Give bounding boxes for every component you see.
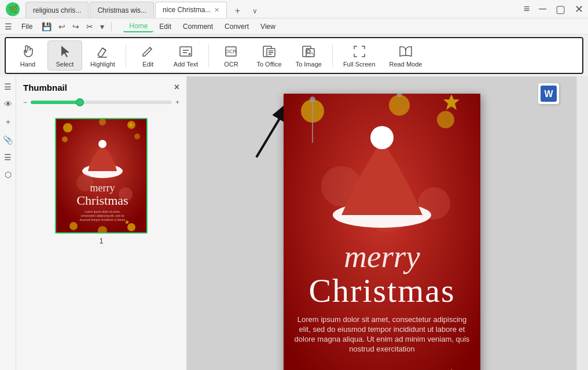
zoom-slider-fill <box>31 101 80 104</box>
svg-point-47 <box>437 111 454 128</box>
menu-tab-convert[interactable]: Convert <box>219 21 255 32</box>
tab-nice-christmas[interactable]: nice Christma... ✕ <box>155 2 227 18</box>
add-text-icon <box>178 43 194 60</box>
tab-bar: religious chris... Christmas wis... nice… <box>25 0 262 18</box>
tab-religious[interactable]: religious chris... <box>25 2 89 18</box>
close-icon[interactable]: ✕ <box>575 3 583 16</box>
sidebar-icon-3[interactable]: ＋ <box>2 114 14 130</box>
svg-text:W: W <box>544 89 553 99</box>
toolbar-wrapper: Hand Select Highlight Edit <box>5 37 583 74</box>
scissors-button[interactable]: ✂ <box>84 21 95 32</box>
sidebar-icon-4[interactable]: 📎 <box>1 133 15 147</box>
svg-point-45 <box>389 95 410 116</box>
zoom-out-icon[interactable]: − <box>23 98 27 106</box>
hamburger-icon[interactable]: ☰ <box>5 22 12 31</box>
app-logo: 🌿 <box>5 1 21 17</box>
highlight-icon <box>94 43 111 60</box>
word-badge[interactable]: W <box>538 83 559 104</box>
svg-text:OCR: OCR <box>225 49 237 54</box>
zoom-in-icon[interactable]: + <box>175 98 179 106</box>
quick-access-bar: 💾 ↩ ↪ ✂ ▾ <box>39 21 106 32</box>
svg-text:consectetur adipiscing elit, s: consectetur adipiscing elit, sed do <box>80 214 124 217</box>
pencil-icon <box>140 43 156 60</box>
cursor-icon <box>57 43 73 60</box>
menu-tab-list: Home Edit Comment Convert View <box>123 21 281 32</box>
thumbnail-list: merry Christmas Lorem ipsum dolor sit am… <box>16 112 186 370</box>
page-number-1: 1 <box>100 237 104 245</box>
zoom-slider-thumb[interactable] <box>76 98 84 106</box>
menu-tab-view[interactable]: View <box>255 21 281 32</box>
edit-tool-button[interactable]: Edit <box>131 41 166 70</box>
svg-point-18 <box>63 123 72 132</box>
fullscreen-tool-button[interactable]: Full Screen <box>337 41 381 70</box>
select-tool-button[interactable]: Select <box>47 40 82 71</box>
ocr-icon: OCR <box>223 43 239 60</box>
ocr-tool-button[interactable]: OCR OCR <box>214 41 248 70</box>
tab-christmas-wis[interactable]: Christmas wis... <box>90 2 154 18</box>
sidebar-icon-2[interactable]: 👁 <box>2 97 14 111</box>
menu-tab-home[interactable]: Home <box>123 21 153 32</box>
office-icon <box>261 43 277 60</box>
pdf-page: merry Christmas Lorem ipsum dolor sit am… <box>284 94 480 370</box>
zoom-slider-row: − + <box>16 98 186 112</box>
thumbnail-panel: Thumbnail × − + <box>16 76 187 370</box>
thumbnail-image-1: merry Christmas Lorem ipsum dolor sit am… <box>55 118 148 234</box>
minimize-icon[interactable]: ─ <box>539 3 546 15</box>
toolbar-divider-3 <box>332 44 333 67</box>
sidebar-icon-5[interactable]: ☰ <box>2 150 14 164</box>
toolbar: Hand Select Highlight Edit <box>6 38 582 73</box>
thumbnail-card-svg: merry Christmas Lorem ipsum dolor sit am… <box>56 119 148 234</box>
new-tab-button[interactable]: + <box>230 4 244 18</box>
book-icon <box>398 43 414 60</box>
read-mode-tool-button[interactable]: Read Mode <box>384 41 428 70</box>
main-area: ☰ 👁 ＋ 📎 ☰ ⬡ Thumbnail × − + <box>0 76 588 370</box>
thumbnail-close-button[interactable]: × <box>174 82 179 92</box>
zoom-slider-track[interactable] <box>31 101 172 104</box>
svg-text:merry: merry <box>90 182 115 194</box>
titlebar: 🌿 religious chris... Christmas wis... ni… <box>0 0 588 18</box>
undo-button[interactable]: ↩ <box>56 21 68 32</box>
sidebar-icon-6[interactable]: ⬡ <box>2 168 14 182</box>
toolbar-divider-1 <box>126 44 126 67</box>
fullscreen-icon <box>351 43 368 60</box>
svg-text:Christmas: Christmas <box>308 272 455 309</box>
toolbar-divider-2 <box>208 44 209 67</box>
hand-tool-button[interactable]: Hand <box>10 41 45 70</box>
svg-text:Lorem ipsum dolor sit amet,: Lorem ipsum dolor sit amet, <box>84 210 120 213</box>
thumbnail-page-1[interactable]: merry Christmas Lorem ipsum dolor sit am… <box>55 118 148 245</box>
to-image-tool-button[interactable]: To Image <box>290 41 328 70</box>
menu-tab-comment[interactable]: Comment <box>177 21 219 32</box>
save-button[interactable]: 💾 <box>39 21 54 32</box>
thumbnail-title: Thumbnail <box>23 83 67 92</box>
to-office-tool-button[interactable]: To Office <box>251 41 287 70</box>
window-controls: ≡ ─ ▢ ✕ <box>524 3 583 16</box>
tab-overflow-button[interactable]: ∨ <box>248 4 262 18</box>
highlight-tool-button[interactable]: Highlight <box>84 41 121 70</box>
svg-text:dolore magna aliqua. Ut enim a: dolore magna aliqua. Ut enim ad minim ve… <box>294 335 469 343</box>
menu-file[interactable]: File <box>17 21 37 32</box>
svg-point-21 <box>134 134 140 139</box>
svg-text:eiusmod tempor incididunt ut l: eiusmod tempor incididunt ut labore <box>79 218 125 221</box>
content-area: W <box>187 76 576 370</box>
redo-button[interactable]: ↪ <box>70 21 82 32</box>
svg-point-22 <box>62 136 68 142</box>
maximize-icon[interactable]: ▢ <box>556 3 565 16</box>
hand-icon <box>20 43 36 60</box>
window-menu-icon[interactable]: ≡ <box>524 3 530 15</box>
svg-text:merry: merry <box>344 239 420 274</box>
svg-text:Lorem ipsum dolor sit amet, co: Lorem ipsum dolor sit amet, consectetur … <box>297 315 466 324</box>
word-icon: W <box>541 86 557 102</box>
pdf-page-svg: merry Christmas Lorem ipsum dolor sit am… <box>284 94 480 370</box>
svg-text:🌿: 🌿 <box>8 5 19 14</box>
svg-text:nostrud exercitation: nostrud exercitation <box>349 345 414 353</box>
menu-tab-edit[interactable]: Edit <box>153 21 177 32</box>
add-text-tool-button[interactable]: Add Text <box>168 41 204 70</box>
more-quick-access[interactable]: ▾ <box>98 21 106 32</box>
right-sidebar <box>576 76 588 370</box>
svg-point-53 <box>370 126 394 149</box>
menubar: ☰ File 💾 ↩ ↪ ✂ ▾ Home Edit Comment Conve… <box>0 18 588 35</box>
svg-point-33 <box>69 222 78 230</box>
sidebar-icon-1[interactable]: ☰ <box>2 80 14 94</box>
svg-point-35 <box>127 223 135 231</box>
tab-close-icon[interactable]: ✕ <box>214 6 219 14</box>
